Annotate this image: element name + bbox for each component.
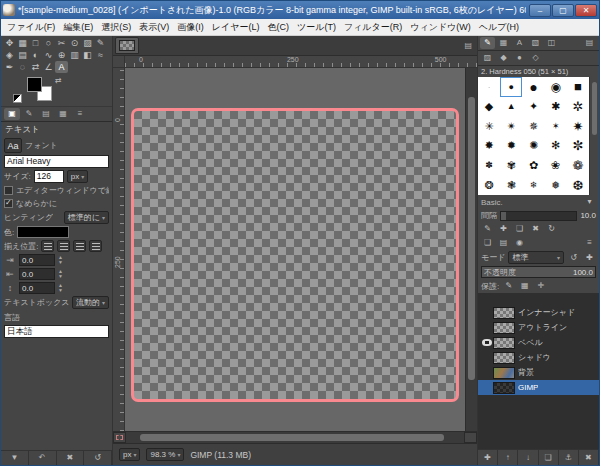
tool-bucket-icon[interactable]: ▤ bbox=[16, 49, 29, 61]
menu-layer[interactable]: レイヤー(L) bbox=[208, 19, 264, 36]
quick-mask-toggle[interactable] bbox=[113, 432, 126, 443]
opacity-slider[interactable]: 不透明度 100.0 bbox=[481, 266, 596, 278]
tool-fuzzy-select-icon[interactable]: ⊙ bbox=[68, 37, 81, 49]
anchor-layer-icon[interactable]: ⚓ bbox=[559, 450, 579, 465]
tool-pencil-icon[interactable]: ✎ bbox=[94, 37, 107, 49]
brush-swatch[interactable]: ▲ bbox=[500, 97, 522, 117]
close-button[interactable]: ✕ bbox=[575, 4, 597, 17]
brush-swatch[interactable]: ✺ bbox=[522, 136, 544, 156]
tool-gradient-icon[interactable]: ◈ bbox=[3, 49, 16, 61]
tool-scissors-icon[interactable]: ✂ bbox=[55, 37, 68, 49]
raise-layer-icon[interactable]: ↑ bbox=[498, 450, 518, 465]
brush-swatch[interactable]: ✶ bbox=[545, 116, 567, 136]
tool-move-icon[interactable]: ✥ bbox=[3, 37, 16, 49]
default-colors-icon[interactable] bbox=[13, 94, 22, 103]
indent-input[interactable]: 0.0 bbox=[19, 254, 55, 266]
new-layer-icon[interactable]: ✚ bbox=[478, 450, 498, 465]
horizontal-scrollbar-thumb[interactable] bbox=[140, 434, 444, 441]
tool-shear-icon[interactable]: ◧ bbox=[81, 49, 94, 61]
font-preview-box[interactable]: Aa bbox=[4, 138, 22, 153]
antialias-checkbox[interactable] bbox=[4, 199, 13, 208]
text-box-select[interactable]: 流動的▾ bbox=[72, 296, 109, 309]
brush-swatch[interactable]: ✱ bbox=[545, 97, 567, 117]
letter-spacing-stepper[interactable]: ▲▼ bbox=[58, 283, 63, 293]
menu-windows[interactable]: ウィンドウ(W) bbox=[406, 19, 475, 36]
layers-menu-icon[interactable]: ≡ bbox=[583, 237, 596, 249]
brush-swatch[interactable]: ● bbox=[522, 77, 544, 97]
patterns-tab-icon[interactable]: ▦ bbox=[496, 37, 511, 49]
mode-select[interactable]: 標準▾ bbox=[508, 251, 564, 264]
vertical-scrollbar-thumb[interactable] bbox=[468, 97, 475, 380]
visibility-toggle[interactable] bbox=[480, 339, 493, 346]
tool-options-tab-icon[interactable]: ▣ bbox=[4, 108, 20, 120]
channels-tab-icon[interactable]: ▤ bbox=[497, 237, 510, 249]
menu-image[interactable]: 画像(I) bbox=[173, 19, 208, 36]
menu-tools[interactable]: ツール(T) bbox=[293, 19, 340, 36]
justify-right-button[interactable] bbox=[57, 240, 70, 252]
delete-preset-icon[interactable]: ✖ bbox=[57, 451, 85, 465]
tool-heal-icon[interactable]: ⊕ bbox=[55, 49, 68, 61]
brush-swatch[interactable]: ❅ bbox=[545, 175, 567, 195]
tool-perspective-icon[interactable]: ▥ bbox=[68, 49, 81, 61]
brush-scrollbar[interactable] bbox=[589, 77, 599, 195]
tool-measure-icon[interactable]: ∠ bbox=[42, 61, 55, 73]
menu-select[interactable]: 選択(S) bbox=[97, 19, 135, 36]
save-preset-icon[interactable]: ▼ bbox=[1, 451, 29, 465]
mode-options-icon[interactable]: ✚ bbox=[583, 252, 596, 264]
brush-swatch[interactable]: ❃ bbox=[500, 175, 522, 195]
mode-switch-icon[interactable]: ↺ bbox=[567, 252, 580, 264]
brush-swatch[interactable]: ◉ bbox=[545, 77, 567, 97]
brush-swatch-selected[interactable]: ● bbox=[500, 77, 522, 97]
duplicate-brush-icon[interactable]: ❏ bbox=[513, 223, 526, 235]
brush-scrollbar-thumb[interactable] bbox=[592, 82, 597, 135]
tool-rect-select-icon[interactable]: □ bbox=[29, 37, 42, 49]
image-tab[interactable] bbox=[115, 37, 139, 54]
tool-text-icon[interactable]: A bbox=[55, 61, 68, 73]
brush-swatch[interactable]: ❄ bbox=[522, 175, 544, 195]
brush-swatch[interactable]: ✵ bbox=[522, 116, 544, 136]
gradients-tab-icon[interactable]: ▧ bbox=[528, 37, 543, 49]
layer-row[interactable]: 背景 bbox=[478, 365, 599, 380]
foreground-color-swatch[interactable] bbox=[27, 77, 42, 92]
layer-row[interactable]: アウトライン bbox=[478, 320, 599, 335]
tab-menu-icon[interactable]: ▤ bbox=[461, 41, 475, 50]
layer-row[interactable]: ベベル bbox=[478, 335, 599, 350]
vertical-scrollbar[interactable] bbox=[465, 68, 477, 431]
horizontal-scrollbar[interactable] bbox=[126, 432, 464, 443]
duplicate-layer-icon[interactable]: ❏ bbox=[539, 450, 559, 465]
justify-center-button[interactable] bbox=[73, 240, 86, 252]
canvas-viewport[interactable] bbox=[125, 68, 465, 431]
justify-fill-button[interactable] bbox=[89, 240, 102, 252]
menu-colors[interactable]: 色(C) bbox=[263, 19, 293, 36]
layer-row[interactable]: シャドウ bbox=[478, 350, 599, 365]
line-spacing-stepper[interactable]: ▲▼ bbox=[58, 269, 63, 279]
minimize-button[interactable]: – bbox=[529, 4, 551, 17]
tool-align-icon[interactable]: ▦ bbox=[16, 37, 29, 49]
brush-swatch[interactable]: ❂ bbox=[478, 175, 500, 195]
brush-swatch[interactable]: ✻ bbox=[545, 136, 567, 156]
brush-swatch[interactable]: ✲ bbox=[567, 97, 589, 117]
edit-in-window-checkbox[interactable] bbox=[4, 186, 13, 195]
brush-swatch[interactable]: ✼ bbox=[567, 136, 589, 156]
dock-menu-icon[interactable]: ▤ bbox=[582, 37, 597, 49]
menu-file[interactable]: ファイル(F) bbox=[3, 19, 59, 36]
zoom-select[interactable]: 98.3 %▾ bbox=[146, 448, 184, 461]
letter-spacing-input[interactable]: 0.0 bbox=[19, 282, 55, 294]
delete-layer-icon[interactable]: ✖ bbox=[579, 450, 599, 465]
brush-swatch[interactable]: ■ bbox=[567, 77, 589, 97]
fonts-tab-icon[interactable]: A bbox=[512, 37, 527, 49]
brush-swatch[interactable]: ✴ bbox=[500, 116, 522, 136]
menu-filters[interactable]: フィルター(R) bbox=[340, 19, 406, 36]
line-spacing-input[interactable]: 0.0 bbox=[19, 268, 55, 280]
menu-tab-icon[interactable]: ≡ bbox=[72, 108, 88, 120]
title-bar[interactable]: *[sample-medium_0028] (インポートされた画像)-1.0 (… bbox=[1, 1, 599, 19]
justify-left-button[interactable] bbox=[41, 240, 54, 252]
delete-brush-icon[interactable]: ✖ bbox=[529, 223, 542, 235]
vertical-ruler[interactable]: 0 250 bbox=[113, 68, 125, 431]
tool-ellipse-select-icon[interactable]: ○ bbox=[42, 37, 55, 49]
tool-flip-icon[interactable]: ⇄ bbox=[29, 61, 42, 73]
brush-swatch[interactable]: ✾ bbox=[500, 156, 522, 176]
brush-swatch[interactable]: ◆ bbox=[478, 97, 500, 117]
palettes-tab-icon[interactable]: ◫ bbox=[544, 37, 559, 49]
layer-row-selected[interactable]: GIMP bbox=[478, 380, 599, 395]
